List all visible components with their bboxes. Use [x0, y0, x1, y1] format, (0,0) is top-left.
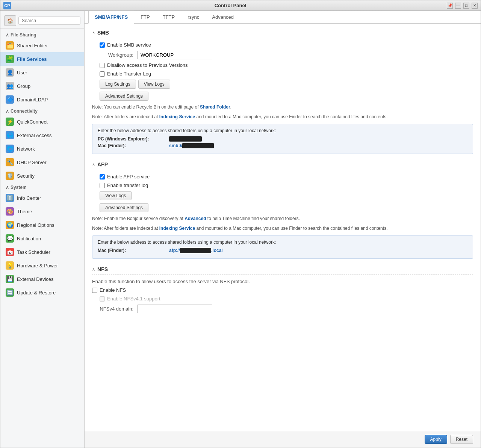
- afp-section: ∧ AFP Enable AFP service Enable transfer…: [92, 161, 473, 259]
- afp-transfer-log-row: Enable transfer log: [100, 183, 473, 188]
- external-access-icon: 🌐: [6, 131, 14, 139]
- domain-icon: 🔷: [6, 95, 14, 104]
- regional-icon: 🌍: [6, 221, 14, 229]
- sidebar-item-file-services[interactable]: 🧩 File Services: [0, 52, 84, 66]
- sidebar-header: 🏠: [0, 13, 84, 29]
- smb-note2: Note: After folders are indexed at Index…: [92, 113, 473, 120]
- nfs-section: ∧ NFS Enable this function to allow user…: [92, 266, 473, 313]
- afp-title: AFP: [97, 161, 108, 167]
- afp-transfer-log-label[interactable]: Enable transfer log: [107, 183, 148, 188]
- tab-tftp[interactable]: TFTP: [156, 11, 182, 24]
- network-icon: 🌐: [6, 145, 14, 153]
- smb-transfer-log-row: Enable Transfer Log: [100, 71, 473, 77]
- main-content: SMB/AFP/NFS FTP TFTP rsync Advanced ∧ SM…: [85, 11, 481, 448]
- smb-mac-value: smb://: [169, 143, 214, 148]
- sidebar-item-external-devices[interactable]: 💾 External Devices: [0, 272, 84, 286]
- smb-enable-checkbox[interactable]: [100, 42, 105, 48]
- theme-icon: 🎨: [6, 207, 14, 216]
- sidebar-item-task-scheduler[interactable]: 📅 Task Scheduler: [0, 245, 84, 259]
- sidebar-item-external-access[interactable]: 🌐 External Access: [0, 128, 84, 142]
- smb-pc-value: \\: [169, 136, 202, 142]
- disallow-prev-label[interactable]: Disallow access to Previous Versions: [107, 62, 188, 68]
- tab-advanced[interactable]: Advanced: [206, 11, 240, 24]
- content-body: ∧ SMB Enable SMB service Workgroup: Disa…: [85, 24, 481, 431]
- view-logs-afp-button[interactable]: View Logs: [100, 191, 132, 200]
- workgroup-input[interactable]: [137, 51, 212, 59]
- minimize-button[interactable]: —: [455, 3, 461, 9]
- footer: Apply Reset: [85, 431, 481, 448]
- afp-note1: Note: Enable the Bonjour service discove…: [92, 215, 473, 222]
- afp-transfer-log-checkbox[interactable]: [100, 183, 105, 188]
- security-icon: 🛡️: [6, 172, 14, 180]
- sidebar-item-dhcp-server[interactable]: 🔧 DHCP Server: [0, 155, 84, 169]
- tab-ftp[interactable]: FTP: [134, 11, 156, 24]
- tab-smb-afp-nfs[interactable]: SMB/AFP/NFS: [88, 11, 134, 24]
- smb-collapse-btn[interactable]: ∧: [92, 30, 95, 35]
- nfsv4-domain-input[interactable]: [137, 305, 212, 313]
- sidebar-item-domain-ldap[interactable]: 🔷 Domain/LDAP: [0, 93, 84, 106]
- window-title: Control Panel: [14, 3, 447, 8]
- log-settings-button[interactable]: Log Settings: [100, 80, 136, 89]
- afp-enable-checkbox[interactable]: [100, 174, 105, 180]
- afp-enable-label[interactable]: Enable AFP service: [107, 174, 150, 180]
- sidebar-item-regional-options[interactable]: 🌍 Regional Options: [0, 218, 84, 232]
- indexing-service-link-smb[interactable]: Indexing Service: [159, 114, 195, 119]
- disallow-prev-checkbox[interactable]: [100, 63, 105, 68]
- sidebar-item-hardware-power[interactable]: 💡 Hardware & Power: [0, 259, 84, 272]
- afp-mac-value: afp:// .local: [169, 248, 223, 253]
- window-controls: 📌 — □ ✕: [447, 3, 478, 9]
- hardware-icon: 💡: [6, 261, 14, 270]
- sidebar-item-info-center[interactable]: ℹ️ Info Center: [0, 191, 84, 205]
- afp-mac-label: Mac (Finder):: [98, 248, 165, 253]
- task-scheduler-icon: 📅: [6, 248, 14, 256]
- afp-collapse-btn[interactable]: ∧: [92, 162, 95, 167]
- nfs-enable-label[interactable]: Enable NFS: [100, 287, 126, 293]
- home-button[interactable]: 🏠: [4, 15, 16, 26]
- workgroup-label: Workgroup:: [100, 52, 133, 58]
- sidebar-item-quickconnect[interactable]: ⚡ QuickConnect: [0, 115, 84, 128]
- titlebar: CP Control Panel 📌 — □ ✕: [0, 0, 481, 11]
- shared-folder-icon: 🗂️: [6, 41, 14, 50]
- tab-rsync[interactable]: rsync: [181, 11, 206, 24]
- afp-info-box-label: Enter the below address to access shared…: [98, 240, 467, 245]
- smb-info-box: Enter the below address to access shared…: [92, 124, 473, 154]
- sidebar-item-shared-folder[interactable]: 🗂️ Shared Folder: [0, 39, 84, 52]
- smb-transfer-log-label[interactable]: Enable Transfer Log: [107, 71, 151, 77]
- sidebar-item-security[interactable]: 🛡️ Security: [0, 169, 84, 183]
- disallow-prev-versions-row: Disallow access to Previous Versions: [100, 62, 473, 68]
- search-container: [18, 17, 80, 25]
- smb-advanced-row: Advanced Settings: [100, 92, 473, 101]
- search-input[interactable]: [18, 17, 80, 25]
- maximize-button[interactable]: □: [463, 3, 469, 9]
- apply-button[interactable]: Apply: [425, 435, 447, 444]
- afp-advanced-row: Advanced Settings: [100, 203, 473, 212]
- nfs-collapse-btn[interactable]: ∧: [92, 267, 95, 272]
- pin-button[interactable]: 📌: [447, 3, 453, 9]
- nfs-enable-checkbox[interactable]: [92, 288, 97, 293]
- shared-folder-link[interactable]: Shared Folder: [200, 104, 230, 110]
- sidebar-item-user[interactable]: 👤 User: [0, 66, 84, 79]
- nfsv41-enable-label: Enable NFSv4.1 support: [107, 296, 160, 302]
- reset-button[interactable]: Reset: [450, 435, 473, 444]
- sidebar-item-network[interactable]: 🌐 Network: [0, 142, 84, 155]
- smb-info-box-label: Enter the below address to access shared…: [98, 128, 467, 133]
- smb-transfer-log-checkbox[interactable]: [100, 71, 105, 77]
- afp-section-header: ∧ AFP: [92, 161, 473, 170]
- dhcp-icon: 🔧: [6, 158, 14, 166]
- sidebar-item-update-restore[interactable]: 🔄 Update & Restore: [0, 286, 84, 299]
- smb-advanced-settings-button[interactable]: Advanced Settings: [100, 92, 148, 101]
- nfsv41-enable-row: Enable NFSv4.1 support: [100, 296, 473, 302]
- advanced-link[interactable]: Advanced: [185, 216, 206, 221]
- smb-enable-label[interactable]: Enable SMB service: [107, 42, 151, 48]
- afp-note2: Note: After folders are indexed at Index…: [92, 225, 473, 232]
- workgroup-row: Workgroup:: [100, 51, 473, 59]
- nfsv41-enable-checkbox[interactable]: [100, 296, 105, 302]
- view-logs-smb-button[interactable]: View Logs: [138, 80, 170, 89]
- afp-advanced-settings-button[interactable]: Advanced Settings: [100, 203, 148, 212]
- sidebar-item-notification[interactable]: 💬 Notification: [0, 232, 84, 245]
- indexing-service-link-afp[interactable]: Indexing Service: [159, 226, 195, 231]
- sidebar-item-group[interactable]: 👥 Group: [0, 79, 84, 93]
- sidebar-item-theme[interactable]: 🎨 Theme: [0, 205, 84, 218]
- smb-note1: Note: You can enable Recycle Bin on the …: [92, 104, 473, 110]
- close-button[interactable]: ✕: [472, 3, 478, 9]
